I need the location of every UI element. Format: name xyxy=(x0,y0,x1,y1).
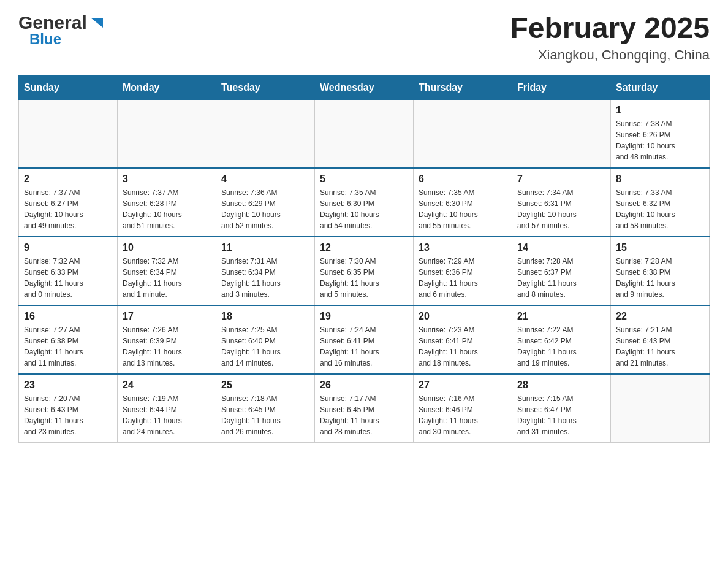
calendar-table: Sunday Monday Tuesday Wednesday Thursday… xyxy=(18,75,710,443)
day-number: 5 xyxy=(320,174,408,185)
day-number: 24 xyxy=(123,380,211,391)
calendar-title: February 2025 xyxy=(510,12,710,45)
calendar-week-row: 1Sunrise: 7:38 AM Sunset: 6:26 PM Daylig… xyxy=(19,99,710,168)
table-row: 18Sunrise: 7:25 AM Sunset: 6:40 PM Dayli… xyxy=(216,305,315,374)
day-info: Sunrise: 7:33 AM Sunset: 6:32 PM Dayligh… xyxy=(616,187,704,231)
logo-general-text: General xyxy=(18,12,87,33)
table-row: 9Sunrise: 7:32 AM Sunset: 6:33 PM Daylig… xyxy=(19,237,118,305)
day-number: 21 xyxy=(517,311,605,322)
day-number: 19 xyxy=(320,311,408,322)
table-row: 11Sunrise: 7:31 AM Sunset: 6:34 PM Dayli… xyxy=(216,237,315,305)
svg-marker-0 xyxy=(91,18,103,28)
table-row xyxy=(216,99,315,168)
day-info: Sunrise: 7:28 AM Sunset: 6:38 PM Dayligh… xyxy=(616,256,704,300)
header-saturday: Saturday xyxy=(611,75,710,99)
day-number: 10 xyxy=(123,242,211,253)
day-number: 26 xyxy=(320,380,408,391)
table-row: 1Sunrise: 7:38 AM Sunset: 6:26 PM Daylig… xyxy=(611,99,710,168)
day-info: Sunrise: 7:30 AM Sunset: 6:35 PM Dayligh… xyxy=(320,256,408,300)
calendar-week-row: 16Sunrise: 7:27 AM Sunset: 6:38 PM Dayli… xyxy=(19,305,710,374)
day-info: Sunrise: 7:16 AM Sunset: 6:46 PM Dayligh… xyxy=(419,393,507,437)
day-number: 27 xyxy=(419,380,507,391)
day-number: 9 xyxy=(24,242,112,253)
day-info: Sunrise: 7:29 AM Sunset: 6:36 PM Dayligh… xyxy=(419,256,507,300)
table-row: 26Sunrise: 7:17 AM Sunset: 6:45 PM Dayli… xyxy=(315,374,414,443)
header-friday: Friday xyxy=(512,75,611,99)
day-number: 2 xyxy=(24,174,112,185)
table-row: 2Sunrise: 7:37 AM Sunset: 6:27 PM Daylig… xyxy=(19,168,118,237)
day-info: Sunrise: 7:24 AM Sunset: 6:41 PM Dayligh… xyxy=(320,324,408,369)
table-row: 21Sunrise: 7:22 AM Sunset: 6:42 PM Dayli… xyxy=(512,305,611,374)
day-number: 8 xyxy=(616,174,704,185)
day-number: 17 xyxy=(123,311,211,322)
day-number: 12 xyxy=(320,242,408,253)
day-info: Sunrise: 7:22 AM Sunset: 6:42 PM Dayligh… xyxy=(517,324,605,369)
day-info: Sunrise: 7:21 AM Sunset: 6:43 PM Dayligh… xyxy=(616,324,704,369)
day-info: Sunrise: 7:35 AM Sunset: 6:30 PM Dayligh… xyxy=(419,187,507,231)
table-row xyxy=(19,99,118,168)
title-block: February 2025 Xiangkou, Chongqing, China xyxy=(510,12,710,63)
table-row: 28Sunrise: 7:15 AM Sunset: 6:47 PM Dayli… xyxy=(512,374,611,443)
calendar-week-row: 23Sunrise: 7:20 AM Sunset: 6:43 PM Dayli… xyxy=(19,374,710,443)
table-row: 17Sunrise: 7:26 AM Sunset: 6:39 PM Dayli… xyxy=(118,305,216,374)
header-tuesday: Tuesday xyxy=(216,75,315,99)
table-row: 13Sunrise: 7:29 AM Sunset: 6:36 PM Dayli… xyxy=(414,237,512,305)
table-row: 16Sunrise: 7:27 AM Sunset: 6:38 PM Dayli… xyxy=(19,305,118,374)
day-number: 25 xyxy=(221,380,309,391)
table-row: 14Sunrise: 7:28 AM Sunset: 6:37 PM Dayli… xyxy=(512,237,611,305)
day-info: Sunrise: 7:36 AM Sunset: 6:29 PM Dayligh… xyxy=(221,187,309,231)
day-info: Sunrise: 7:32 AM Sunset: 6:34 PM Dayligh… xyxy=(123,256,211,300)
day-info: Sunrise: 7:38 AM Sunset: 6:26 PM Dayligh… xyxy=(616,118,704,163)
day-info: Sunrise: 7:32 AM Sunset: 6:33 PM Dayligh… xyxy=(24,256,112,300)
table-row xyxy=(414,99,512,168)
day-number: 13 xyxy=(419,242,507,253)
calendar-subtitle: Xiangkou, Chongqing, China xyxy=(510,47,710,63)
day-number: 4 xyxy=(221,174,309,185)
day-info: Sunrise: 7:18 AM Sunset: 6:45 PM Dayligh… xyxy=(221,393,309,437)
logo-triangle-icon xyxy=(88,14,105,31)
table-row: 25Sunrise: 7:18 AM Sunset: 6:45 PM Dayli… xyxy=(216,374,315,443)
header-sunday: Sunday xyxy=(19,75,118,99)
day-info: Sunrise: 7:31 AM Sunset: 6:34 PM Dayligh… xyxy=(221,256,309,300)
table-row: 15Sunrise: 7:28 AM Sunset: 6:38 PM Dayli… xyxy=(611,237,710,305)
table-row: 19Sunrise: 7:24 AM Sunset: 6:41 PM Dayli… xyxy=(315,305,414,374)
header-thursday: Thursday xyxy=(414,75,512,99)
table-row: 7Sunrise: 7:34 AM Sunset: 6:31 PM Daylig… xyxy=(512,168,611,237)
table-row: 23Sunrise: 7:20 AM Sunset: 6:43 PM Dayli… xyxy=(19,374,118,443)
page-header: General Blue February 2025 Xiangkou, Cho… xyxy=(18,12,710,63)
day-info: Sunrise: 7:15 AM Sunset: 6:47 PM Dayligh… xyxy=(517,393,605,437)
calendar-week-row: 2Sunrise: 7:37 AM Sunset: 6:27 PM Daylig… xyxy=(19,168,710,237)
table-row: 20Sunrise: 7:23 AM Sunset: 6:41 PM Dayli… xyxy=(414,305,512,374)
table-row: 10Sunrise: 7:32 AM Sunset: 6:34 PM Dayli… xyxy=(118,237,216,305)
day-number: 23 xyxy=(24,380,112,391)
day-number: 16 xyxy=(24,311,112,322)
day-number: 6 xyxy=(419,174,507,185)
table-row: 4Sunrise: 7:36 AM Sunset: 6:29 PM Daylig… xyxy=(216,168,315,237)
table-row: 24Sunrise: 7:19 AM Sunset: 6:44 PM Dayli… xyxy=(118,374,216,443)
table-row xyxy=(315,99,414,168)
calendar-week-row: 9Sunrise: 7:32 AM Sunset: 6:33 PM Daylig… xyxy=(19,237,710,305)
day-info: Sunrise: 7:28 AM Sunset: 6:37 PM Dayligh… xyxy=(517,256,605,300)
day-number: 11 xyxy=(221,242,309,253)
day-number: 18 xyxy=(221,311,309,322)
day-info: Sunrise: 7:25 AM Sunset: 6:40 PM Dayligh… xyxy=(221,324,309,369)
table-row: 3Sunrise: 7:37 AM Sunset: 6:28 PM Daylig… xyxy=(118,168,216,237)
table-row: 5Sunrise: 7:35 AM Sunset: 6:30 PM Daylig… xyxy=(315,168,414,237)
day-number: 3 xyxy=(123,174,211,185)
day-info: Sunrise: 7:34 AM Sunset: 6:31 PM Dayligh… xyxy=(517,187,605,231)
day-number: 28 xyxy=(517,380,605,391)
day-number: 15 xyxy=(616,242,704,253)
day-info: Sunrise: 7:26 AM Sunset: 6:39 PM Dayligh… xyxy=(123,324,211,369)
table-row xyxy=(512,99,611,168)
day-info: Sunrise: 7:20 AM Sunset: 6:43 PM Dayligh… xyxy=(24,393,112,437)
table-row: 27Sunrise: 7:16 AM Sunset: 6:46 PM Dayli… xyxy=(414,374,512,443)
day-info: Sunrise: 7:23 AM Sunset: 6:41 PM Dayligh… xyxy=(419,324,507,369)
day-number: 20 xyxy=(419,311,507,322)
calendar-header-row: Sunday Monday Tuesday Wednesday Thursday… xyxy=(19,75,710,99)
logo: General Blue xyxy=(18,12,105,48)
day-number: 7 xyxy=(517,174,605,185)
day-info: Sunrise: 7:35 AM Sunset: 6:30 PM Dayligh… xyxy=(320,187,408,231)
table-row xyxy=(118,99,216,168)
table-row: 8Sunrise: 7:33 AM Sunset: 6:32 PM Daylig… xyxy=(611,168,710,237)
logo-blue-text: Blue xyxy=(29,31,61,48)
